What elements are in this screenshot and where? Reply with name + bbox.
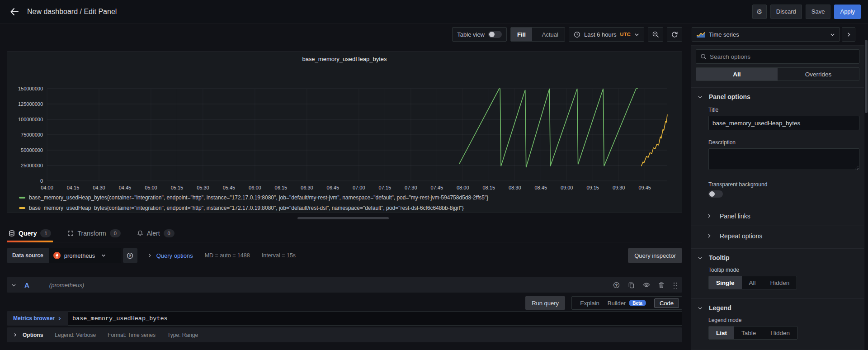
datasource-picker[interactable]: prometheus: [49, 248, 121, 263]
collapse-options-pane-button[interactable]: [842, 27, 855, 42]
discard-button[interactable]: Discard: [770, 5, 802, 19]
table-view-toggle[interactable]: [488, 31, 502, 38]
builder-label: Builder: [608, 300, 626, 307]
svg-text:04:45: 04:45: [119, 185, 132, 190]
run-query-button[interactable]: Run query: [525, 296, 565, 310]
options-label: Options: [23, 332, 43, 338]
chevron-right-icon: [147, 253, 152, 258]
panel-settings-button[interactable]: ⚙: [752, 5, 767, 19]
refresh-button[interactable]: [667, 27, 682, 42]
svg-text:25000000: 25000000: [21, 163, 43, 168]
query-help-icon[interactable]: ?: [613, 282, 620, 289]
topbar-actions: ⚙ Discard Save Apply: [752, 5, 861, 19]
query-options-bar: Options Legend: Verbose Format: Time ser…: [7, 327, 682, 342]
repeat-options-label: Repeat options: [720, 232, 762, 240]
tab-query-label: Query: [19, 230, 37, 237]
tooltip-section-title: Tooltip: [709, 254, 730, 261]
transparent-background-label: Transparent background: [708, 181, 859, 188]
panel-edit-main-area: Table view Fill Actual Last 6 hours UTC: [0, 24, 689, 350]
svg-text:07:00: 07:00: [353, 185, 365, 190]
legend-mode-list[interactable]: List: [709, 326, 734, 339]
legend-mode-table[interactable]: Table: [734, 326, 763, 339]
chart-legend: base_memory_usedHeap_bytes{container="in…: [19, 192, 488, 213]
tab-transform-label: Transform: [77, 230, 106, 237]
type-option-summary: Type: Range: [167, 332, 198, 338]
page-title: New dashboard / Edit Panel: [27, 8, 117, 16]
fill-actual-group: Fill Actual: [510, 27, 565, 42]
options-toggle[interactable]: Options: [13, 332, 43, 338]
chevron-right-icon: [13, 333, 17, 337]
collapse-chevron-icon[interactable]: [11, 283, 16, 288]
svg-text:09:45: 09:45: [638, 185, 651, 190]
chevron-down-icon: [101, 253, 106, 258]
tooltip-mode-single[interactable]: Single: [709, 276, 742, 289]
vertical-scrollbar-thumb[interactable]: [865, 40, 868, 113]
tooltip-mode-label: Tooltip mode: [708, 267, 859, 273]
editor-tabs: Query 1 Transform 0 Alert 0: [7, 226, 682, 242]
options-search[interactable]: [696, 49, 859, 64]
tab-alert[interactable]: Alert 0: [135, 226, 176, 241]
legend-label: base_memory_usedHeap_bytes{container="in…: [29, 194, 488, 201]
promql-expression-input[interactable]: [68, 311, 682, 326]
datasource-value: prometheus: [64, 252, 95, 259]
legend-item-jvm[interactable]: base_memory_usedHeap_bytes{container="in…: [19, 192, 488, 203]
format-option-summary: Format: Time series: [108, 332, 156, 338]
timeseries-chart[interactable]: 0250000005000000075000000100000000125000…: [7, 52, 682, 213]
svg-text:150000000: 150000000: [18, 86, 43, 91]
back-button[interactable]: [7, 5, 22, 19]
legend-section-title: Legend: [709, 304, 731, 312]
metrics-browser-button[interactable]: Metrics browser: [7, 311, 68, 326]
options-search-input[interactable]: [710, 53, 855, 60]
duplicate-query-icon[interactable]: [628, 282, 635, 289]
query-options-toggle[interactable]: Query options: [147, 252, 193, 259]
chevron-right-icon: [57, 317, 61, 321]
legend-section-header[interactable]: Legend: [696, 299, 859, 317]
save-button[interactable]: Save: [806, 5, 831, 19]
zoom-out-time-button[interactable]: [648, 27, 663, 42]
tab-transform[interactable]: Transform 0: [66, 226, 122, 241]
legend-item-dsl[interactable]: base_memory_usedHeap_bytes{container="in…: [19, 203, 488, 213]
gear-icon: ⚙: [756, 8, 762, 16]
tab-query[interactable]: Query 1: [7, 226, 53, 241]
chevron-right-icon: [707, 213, 712, 218]
drag-handle-icon[interactable]: [673, 282, 678, 289]
hide-query-eye-icon[interactable]: [643, 282, 650, 288]
datasource-help-button[interactable]: ?: [123, 248, 137, 263]
visualization-picker[interactable]: Time series: [692, 27, 840, 42]
chevron-down-icon: [698, 95, 703, 99]
chevron-down-icon: [830, 32, 835, 37]
repeat-options-section[interactable]: Repeat options: [691, 226, 864, 246]
tooltip-mode-all[interactable]: All: [742, 276, 763, 289]
panel-links-section[interactable]: Panel links: [691, 206, 864, 226]
svg-text:09:30: 09:30: [613, 185, 625, 190]
tab-overrides[interactable]: Overrides: [778, 68, 859, 80]
query-ref-id[interactable]: A: [24, 281, 29, 289]
delete-query-trash-icon[interactable]: [658, 282, 665, 289]
svg-text:04:15: 04:15: [67, 185, 80, 190]
query-options-label: Query options: [156, 252, 193, 259]
all-overrides-tabs: All Overrides: [696, 67, 859, 81]
panel-title-input[interactable]: [708, 116, 859, 130]
timeseries-viz-icon: [697, 32, 705, 38]
panel-description-textarea[interactable]: [708, 148, 859, 170]
legend-content: Legend mode List Table Hidden: [696, 317, 859, 340]
horizontal-scrollbar-thumb[interactable]: [297, 217, 389, 219]
arrow-left-icon: [9, 7, 19, 17]
builder-option[interactable]: Builder Beta: [608, 300, 646, 307]
tooltip-mode-hidden[interactable]: Hidden: [763, 276, 797, 289]
legend-label: base_memory_usedHeap_bytes{container="in…: [29, 205, 464, 211]
apply-button[interactable]: Apply: [834, 5, 861, 19]
transparent-background-toggle[interactable]: [708, 190, 723, 198]
code-option[interactable]: Code: [654, 298, 679, 308]
explain-option[interactable]: Explain: [580, 300, 599, 307]
legend-mode-hidden[interactable]: Hidden: [763, 326, 797, 339]
tab-all[interactable]: All: [696, 68, 778, 80]
actual-option[interactable]: Actual: [536, 28, 565, 41]
panel-options-section-header[interactable]: Panel options: [696, 88, 859, 106]
query-inspector-button[interactable]: Query inspector: [628, 248, 682, 263]
time-range-picker[interactable]: Last 6 hours UTC: [569, 27, 644, 42]
fill-option[interactable]: Fill: [511, 28, 532, 41]
table-view-control[interactable]: Table view: [452, 27, 507, 42]
svg-text:?: ?: [129, 254, 131, 258]
tooltip-section-header[interactable]: Tooltip: [696, 249, 859, 267]
